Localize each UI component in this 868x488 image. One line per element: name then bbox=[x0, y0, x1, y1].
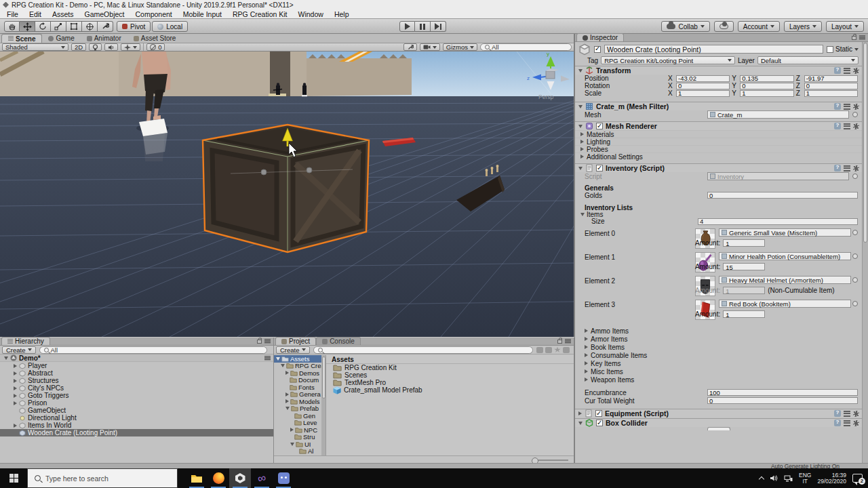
help-icon[interactable] bbox=[834, 123, 841, 129]
rotation-x-field[interactable]: 0 bbox=[676, 83, 730, 89]
items-foldout-icon[interactable] bbox=[580, 213, 585, 216]
cloud-services-button[interactable] bbox=[714, 21, 734, 32]
tab-scene[interactable]: Scene bbox=[1, 34, 42, 43]
taskbar-discord[interactable] bbox=[273, 468, 294, 488]
edit-collider-button-partial[interactable] bbox=[707, 427, 730, 430]
object-picker-icon[interactable] bbox=[852, 112, 858, 117]
hierarchy-item-items-in-world[interactable]: Items In World bbox=[0, 422, 273, 429]
foldout-icon[interactable] bbox=[14, 364, 17, 368]
lock-icon[interactable] bbox=[557, 340, 562, 344]
object-picker-icon[interactable] bbox=[852, 230, 858, 235]
additional-settings-foldout[interactable]: Additional Settings bbox=[575, 152, 863, 160]
taskbar-firefox[interactable] bbox=[208, 468, 229, 488]
gear-icon[interactable] bbox=[853, 411, 859, 417]
probes-foldout[interactable]: Probes bbox=[575, 145, 863, 152]
menu-help[interactable]: Help bbox=[329, 10, 355, 18]
scale-y-field[interactable]: 1 bbox=[740, 90, 793, 97]
lighting-foldout[interactable]: Lighting bbox=[575, 138, 863, 145]
menu-rpg-creation-kit[interactable]: RPG Creation Kit bbox=[227, 10, 293, 18]
misc-items-foldout[interactable]: Misc Items bbox=[575, 367, 863, 375]
menu-edit[interactable]: Edit bbox=[24, 10, 47, 18]
foldout-icon[interactable] bbox=[14, 386, 17, 390]
transform-tool-button[interactable] bbox=[82, 21, 98, 32]
object-picker-icon[interactable] bbox=[852, 277, 858, 283]
tree-rpg-creation-kit[interactable]: RPG Crea bbox=[274, 363, 326, 370]
hierarchy-search-input[interactable]: All bbox=[39, 346, 267, 354]
tag-dropdown[interactable]: RPG Creation Kit/Looting Point bbox=[601, 56, 735, 64]
scene-effects-dropdown[interactable] bbox=[121, 43, 140, 51]
position-x-field[interactable]: -43.02 bbox=[676, 75, 730, 82]
panel-menu-icon[interactable] bbox=[859, 35, 865, 40]
items-size-field[interactable]: 4 bbox=[698, 218, 858, 225]
scene-viewport[interactable]: y z Persp bbox=[0, 52, 574, 337]
language-indicator[interactable]: ENGIT bbox=[799, 472, 811, 485]
tree-gen[interactable]: Gen bbox=[274, 412, 326, 420]
hierarchy-item-abstract[interactable]: Abstract bbox=[0, 369, 273, 377]
preset-icon[interactable] bbox=[844, 104, 850, 110]
tab-hierarchy[interactable]: Hierarchy bbox=[1, 337, 50, 345]
menu-gameobject[interactable]: GameObject bbox=[79, 10, 130, 18]
volume-icon[interactable] bbox=[770, 474, 778, 482]
hierarchy-item-citys-npcs[interactable]: City's NPCs bbox=[0, 384, 273, 392]
foldout-open-icon[interactable] bbox=[276, 357, 280, 361]
foldout-icon[interactable] bbox=[14, 424, 17, 428]
menu-assets[interactable]: Assets bbox=[47, 10, 79, 18]
hierarchy-item-directional-light[interactable]: Directional Light bbox=[0, 414, 273, 422]
foldout-icon[interactable] bbox=[14, 394, 17, 398]
ammo-items-foldout[interactable]: Ammo Items bbox=[575, 327, 863, 335]
taskbar-unity-active[interactable] bbox=[229, 468, 251, 488]
hierarchy-item-gameobject[interactable]: GameObject bbox=[0, 407, 273, 414]
scene-visibility-toggle[interactable]: 0 bbox=[146, 43, 165, 51]
foldout-open-icon[interactable] bbox=[578, 422, 583, 425]
gameobject-name-field[interactable]: Wooden Crate (Looting Point) bbox=[604, 45, 823, 54]
amount-field[interactable]: 15 bbox=[723, 263, 765, 270]
menu-file[interactable]: File bbox=[1, 10, 24, 18]
hierarchy-create-button[interactable]: Create bbox=[2, 346, 36, 354]
box-collider-enabled-checkbox[interactable] bbox=[596, 420, 603, 426]
hidden-assets-icon[interactable] bbox=[563, 347, 570, 353]
scene-lighting-toggle[interactable] bbox=[89, 43, 102, 51]
tree-scrollbar[interactable] bbox=[321, 355, 326, 455]
local-button[interactable]: Local bbox=[152, 21, 188, 32]
equipment-enabled-checkbox[interactable] bbox=[595, 410, 602, 417]
tree-general[interactable]: Genera bbox=[274, 391, 326, 399]
network-icon[interactable] bbox=[784, 474, 793, 482]
tray-expand-icon[interactable] bbox=[759, 476, 764, 482]
consumable-items-foldout[interactable]: Consumable Items bbox=[575, 351, 863, 359]
item-object-field[interactable]: Minor Health Potion (ConsumableItem) bbox=[719, 252, 851, 260]
foldout-open-icon[interactable] bbox=[578, 105, 583, 108]
mesh-renderer-checkbox[interactable] bbox=[596, 123, 603, 129]
hierarchy-item-prison[interactable]: Prison bbox=[0, 399, 273, 407]
item-object-field[interactable]: Heavy Metal Helmet (ArmorItem) bbox=[719, 276, 851, 284]
foldout-open-icon[interactable] bbox=[578, 167, 583, 170]
account-dropdown[interactable]: Account bbox=[738, 21, 780, 32]
transform-header[interactable]: Transform bbox=[575, 66, 863, 75]
wooden-crate-object[interactable] bbox=[203, 125, 369, 252]
tab-animator[interactable]: Animator bbox=[81, 34, 127, 43]
start-button[interactable] bbox=[0, 468, 27, 488]
collab-button[interactable]: Collab bbox=[661, 21, 709, 32]
step-button[interactable] bbox=[431, 21, 446, 32]
taskbar-clock[interactable]: 16:3929/02/2020 bbox=[817, 472, 846, 485]
tree-level[interactable]: Leve bbox=[274, 420, 326, 427]
rotation-y-field[interactable]: 0 bbox=[740, 83, 793, 89]
rotate-tool-button[interactable] bbox=[35, 21, 51, 32]
object-picker-icon[interactable] bbox=[852, 253, 858, 259]
foldout-open-icon[interactable] bbox=[281, 364, 285, 367]
move-tool-button[interactable] bbox=[20, 21, 35, 32]
foldout-icon[interactable] bbox=[285, 392, 289, 396]
file-rpg-creation-kit[interactable]: RPG Creation Kit bbox=[326, 364, 574, 371]
preset-icon[interactable] bbox=[844, 68, 850, 74]
foldout-icon[interactable] bbox=[14, 401, 17, 405]
help-icon[interactable] bbox=[834, 410, 841, 417]
tab-game[interactable]: Game bbox=[42, 34, 80, 43]
preset-icon[interactable] bbox=[844, 123, 850, 129]
tree-al[interactable]: Al bbox=[274, 448, 326, 455]
layer-dropdown[interactable]: Default bbox=[757, 56, 859, 64]
tab-console[interactable]: Console bbox=[316, 337, 361, 345]
foldout-open-icon[interactable] bbox=[285, 407, 290, 410]
hierarchy-item-structures[interactable]: Structures bbox=[0, 377, 273, 384]
rect-tool-button[interactable] bbox=[66, 21, 82, 32]
hierarchy-item-goto-triggers[interactable]: Goto Triggers bbox=[0, 392, 273, 399]
2d-toggle[interactable]: 2D bbox=[71, 43, 86, 51]
